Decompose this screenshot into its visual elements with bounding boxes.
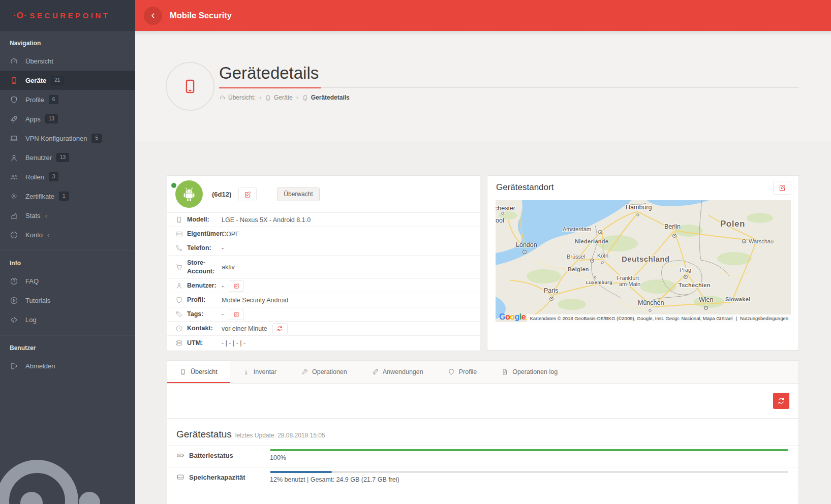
tag-icon [175, 310, 183, 318]
brand-mark: ·O· [13, 11, 27, 21]
storage-progress-fill [270, 471, 332, 473]
status-last-update: letztes Update: 28.08.2018 15:05 [235, 432, 325, 439]
sidebar-item-apps[interactable]: Apps 13 [0, 109, 135, 129]
device-tabs: Übersicht Inventar Operationen Anwendung… [167, 360, 799, 384]
nav-section-navigation: Navigation [0, 31, 135, 51]
back-button[interactable] [144, 7, 162, 25]
brand-watermark [0, 433, 135, 504]
sidebar-item-benutzer[interactable]: Benutzer 13 [0, 148, 135, 167]
inventory-icon [242, 368, 250, 375]
edit-benutzer-button[interactable] [229, 280, 244, 292]
sidebar-item-faq[interactable]: FAQ [0, 271, 135, 291]
handset-icon [175, 244, 183, 252]
shield-icon [175, 296, 183, 304]
map-label-city: Frankfurt [617, 275, 639, 281]
breadcrumb-geraetedetails: Gerätedetails [302, 94, 350, 101]
tab-operationen[interactable]: Operationen [289, 361, 359, 383]
device-card-header: (6d12) Überwacht [167, 176, 480, 213]
sidebar-item-tutorials[interactable]: Tutorials [0, 291, 135, 310]
device-row-kontakt: Kontakt: vor einer Minute [167, 322, 480, 336]
chevron-collapse-icon: ‹ [45, 212, 47, 219]
logout-icon [10, 362, 18, 370]
sidebar-item-konto[interactable]: Konto ‹ [0, 225, 135, 244]
edit-tags-button[interactable] [229, 309, 244, 320]
breadcrumb-uebersicht[interactable]: Übersicht: [219, 94, 256, 101]
count-badge: 21 [51, 76, 64, 85]
map-terms-link[interactable]: Nutzungsbedingungen [740, 316, 788, 321]
file-icon [501, 368, 508, 375]
shield-icon [448, 368, 455, 375]
gauge-icon [10, 57, 18, 66]
smartphone-icon [181, 78, 199, 95]
count-badge: 3 [49, 172, 59, 181]
edit-device-name-button[interactable] [238, 187, 257, 201]
tab-inventar[interactable]: Inventar [230, 361, 289, 383]
map-label-city: Berlin [664, 224, 681, 230]
device-id: (6d12) [212, 191, 231, 198]
laptop-icon [10, 134, 18, 143]
device-location-card: Gerätestandort [487, 175, 799, 351]
count-badge: 6 [49, 95, 59, 104]
sidebar-item-label: Profile [25, 96, 44, 104]
page-title: Gerätedetails [219, 64, 321, 88]
google-map[interactable]: chester ool London Amsterdam Niederlande… [496, 200, 791, 322]
brand-logo[interactable]: ·O· SECUREPOINT [0, 0, 135, 31]
sidebar-item-stats[interactable]: Stats ‹ [0, 206, 135, 225]
refresh-icon [777, 397, 785, 405]
sidebar-item-label: Rollen [25, 173, 44, 181]
tab-profile[interactable]: Profile [436, 361, 489, 383]
shield-icon [10, 96, 18, 104]
panel-toolbar [167, 384, 798, 419]
map-label-city: Köln [597, 253, 608, 259]
page-avatar [166, 62, 214, 111]
gauge-icon [219, 94, 226, 101]
count-badge: 13 [56, 153, 69, 162]
map-label-city: Warschau [749, 239, 774, 245]
map-label-country: Niederlande [575, 239, 608, 245]
tab-uebersicht[interactable]: Übersicht [167, 361, 230, 383]
sidebar-item-geraete[interactable]: Geräte 21 [0, 71, 135, 90]
sidebar-item-rollen[interactable]: Rollen 3 [0, 167, 135, 186]
sidebar-nav: Navigation Übersicht Geräte 21 Profile 6… [0, 31, 135, 375]
edit-icon [779, 184, 786, 192]
sidebar-item-abmelden[interactable]: Abmelden [0, 356, 135, 375]
rocket-icon [10, 115, 18, 123]
edit-location-button[interactable] [773, 181, 791, 195]
storage-progress-track [270, 471, 788, 473]
sidebar-item-label: Benutzer [25, 154, 52, 162]
rocket-icon [372, 368, 379, 375]
device-row-utm: UTM: - | - | - | - [167, 336, 480, 350]
tab-anwendungen[interactable]: Anwendungen [359, 361, 436, 383]
sidebar-item-log[interactable]: Log [0, 310, 135, 329]
sidebar-item-vpn-konfigurationen[interactable]: VPN Konfigurationen 5 [0, 129, 135, 148]
tab-operationen-log[interactable]: Operationen log [489, 361, 570, 383]
smartphone-icon [10, 76, 18, 85]
refresh-kontakt-button[interactable] [272, 323, 288, 334]
sidebar-item-zertifikate[interactable]: Zertifikate 1 [0, 186, 135, 206]
sidebar-item-label: VPN Konfigurationen [25, 135, 87, 142]
code-icon [10, 316, 18, 324]
status-heading-row: Gerätestatus letztes Update: 28.08.2018 … [176, 429, 789, 440]
play-icon [10, 296, 18, 305]
battery-icon [176, 451, 184, 459]
map-attribution-text: Kartendaten © 2018 GeoBasis-DE/BKG (©200… [530, 316, 732, 321]
breadcrumb-geraete[interactable]: Geräte [265, 94, 293, 101]
device-info-card: (6d12) Überwacht Modell: LGE - Nexus 5X … [167, 175, 480, 351]
refresh-status-button[interactable] [773, 393, 789, 409]
map-label-country: Belgien [568, 267, 589, 273]
divider: | [735, 316, 736, 321]
sidebar-item-label: Abmelden [25, 362, 55, 370]
nav-section-info: Info [0, 251, 135, 271]
server-icon [175, 339, 183, 347]
map-label-city: Paris [544, 288, 558, 294]
storage-value: 12% benutzt | Gesamt: 24.9 GB (21.7 GB f… [270, 476, 788, 483]
google-logo[interactable]: Google [499, 312, 526, 322]
sidebar-item-uebersicht[interactable]: Übersicht [0, 51, 135, 71]
user-icon [175, 282, 183, 290]
monitored-badge[interactable]: Überwacht [277, 187, 319, 201]
wrench-icon [301, 368, 308, 375]
sidebar-item-profile[interactable]: Profile 6 [0, 90, 135, 109]
device-row-modell: Modell: LGE - Nexus 5X - Android 8.1.0 [167, 213, 480, 227]
sidebar-item-label: Übersicht [25, 57, 53, 65]
map-label-city: Amsterdam [563, 227, 591, 233]
